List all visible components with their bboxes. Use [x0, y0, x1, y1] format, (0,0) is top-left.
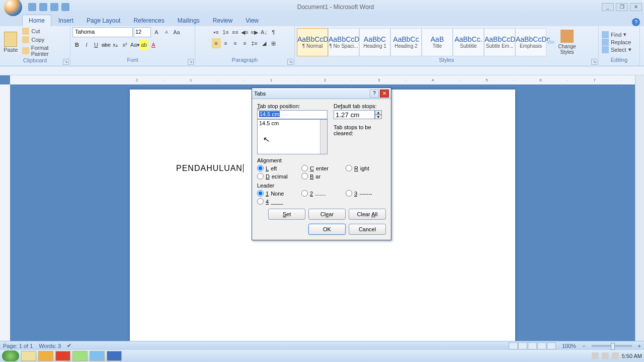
save-icon[interactable] — [28, 3, 36, 11]
highlight-button[interactable]: ab — [139, 40, 148, 50]
quickprint-icon[interactable] — [61, 3, 69, 11]
align-bar-radio[interactable]: Bar — [301, 173, 346, 179]
subscript-button[interactable]: x₂ — [111, 40, 120, 50]
cut-button[interactable]: Cut — [20, 27, 68, 35]
align-decimal-radio[interactable]: Decimal — [257, 173, 301, 179]
dialog-close-button[interactable]: ✕ — [380, 89, 389, 98]
page-status[interactable]: Page: 1 of 1 — [3, 343, 33, 349]
align-left-button[interactable]: ≡ — [212, 38, 221, 48]
web-layout-view[interactable] — [528, 342, 537, 349]
style-subtitle[interactable]: AaBbCc.Subtitle — [453, 28, 484, 56]
media-icon[interactable] — [38, 351, 53, 361]
style-normal[interactable]: AaBbCcDc¶ Normal — [297, 28, 328, 56]
styles-more[interactable] — [547, 43, 554, 44]
font-name-combo[interactable]: Tahoma — [72, 27, 133, 37]
leader-none-radio[interactable]: 1 None — [257, 190, 301, 197]
cancel-button[interactable]: Cancel — [349, 224, 386, 235]
paragraph-launcher[interactable]: ↘ — [287, 59, 293, 65]
bullets-button[interactable]: •≡ — [212, 27, 221, 37]
fullscreen-view[interactable] — [518, 342, 527, 349]
font-launcher[interactable]: ↘ — [188, 59, 194, 65]
network-icon[interactable] — [602, 352, 609, 359]
numbering-button[interactable]: 1≡ — [221, 27, 230, 37]
borders-button[interactable]: ⊞ — [269, 38, 278, 48]
select-button[interactable]: Select ▾ — [602, 46, 631, 53]
volume-icon[interactable] — [612, 352, 619, 359]
minimize-button[interactable]: _ — [602, 3, 614, 11]
style-heading2[interactable]: AaBbCcHeading 2 — [390, 28, 422, 56]
draft-view[interactable] — [547, 342, 556, 349]
clear-formatting-button[interactable]: Aa — [172, 27, 181, 37]
align-center-button[interactable]: ≡ — [221, 38, 230, 48]
leader-dashes-radio[interactable]: 3 ------- — [346, 190, 386, 197]
set-button[interactable]: Set — [268, 209, 305, 220]
outline-view[interactable] — [537, 342, 546, 349]
align-right-button[interactable]: ≡ — [231, 38, 240, 48]
grow-font-button[interactable]: A — [152, 27, 161, 37]
document-text[interactable]: PENDAHULUAN — [176, 164, 244, 173]
clipboard-launcher[interactable]: ↘ — [63, 59, 69, 65]
horizontal-ruler[interactable]: 2 · 1 · · 1 · 2 · 3 · 4 · 5 · 6 · 7 · 8 … — [10, 75, 635, 84]
zoom-out-button[interactable]: − — [582, 343, 585, 349]
spin-up[interactable]: ▲ — [375, 110, 382, 115]
replace-button[interactable]: Replace — [602, 39, 631, 46]
tab-stop-input[interactable]: 14.5 cm — [257, 110, 328, 119]
explorer-icon[interactable] — [21, 351, 36, 361]
style-title[interactable]: AaBTitle — [422, 28, 453, 56]
tab-insert[interactable]: Insert — [52, 15, 79, 26]
zoom-in-button[interactable]: + — [638, 343, 641, 349]
leader-dots-radio[interactable]: 2 ....... — [301, 190, 346, 197]
tab-list-item[interactable]: 14.5 cm — [259, 120, 326, 126]
tab-list-scrollbar[interactable] — [320, 120, 327, 154]
format-painter-button[interactable]: Format Painter — [20, 44, 68, 57]
tab-references[interactable]: References — [127, 15, 170, 26]
zoom-value[interactable]: 100% — [562, 343, 576, 349]
proofing-icon[interactable]: ✔ — [67, 342, 71, 349]
paste-button[interactable]: Paste — [2, 32, 19, 53]
help-icon[interactable]: ? — [632, 18, 640, 26]
spin-down[interactable]: ▼ — [375, 115, 382, 119]
align-left-radio[interactable]: Left — [257, 165, 301, 171]
shrink-font-button[interactable]: A — [162, 27, 171, 37]
app2-icon[interactable] — [90, 351, 105, 361]
tab-home[interactable]: Home — [22, 15, 51, 26]
undo-icon[interactable] — [39, 3, 47, 11]
start-button[interactable] — [2, 350, 19, 361]
tray-icon[interactable] — [592, 352, 599, 359]
clock[interactable]: 5:50 AM — [622, 353, 642, 359]
clear-all-button[interactable]: Clear All — [349, 209, 386, 220]
align-center-radio[interactable]: Center — [301, 165, 346, 171]
tab-stop-list[interactable]: 14.5 cm — [257, 119, 328, 154]
increase-indent-button[interactable]: ≡▶ — [250, 27, 259, 37]
find-button[interactable]: Find ▾ — [602, 31, 631, 38]
align-right-radio[interactable]: Right — [346, 165, 386, 171]
close-button[interactable]: ✕ — [630, 3, 642, 11]
ok-button[interactable]: OK — [308, 224, 346, 235]
change-case-button[interactable]: Aa▾ — [130, 40, 139, 50]
word-icon[interactable] — [107, 351, 122, 361]
underline-button[interactable]: U — [92, 40, 101, 50]
italic-button[interactable]: I — [82, 40, 91, 50]
strike-button[interactable]: abc — [101, 40, 110, 50]
change-styles-button[interactable]: Change Styles — [555, 30, 579, 55]
style-nospaci[interactable]: AaBbCcDc¶ No Spaci... — [328, 28, 359, 56]
style-subtleem[interactable]: AaBbCcDcSubtle Em... — [484, 28, 515, 56]
word-count[interactable]: Words: 3 — [39, 343, 61, 349]
print-layout-view[interactable] — [509, 342, 518, 349]
redo-icon[interactable] — [50, 3, 58, 11]
clear-button[interactable]: Clear — [308, 209, 346, 220]
show-marks-button[interactable]: ¶ — [269, 27, 278, 37]
zoom-slider[interactable] — [592, 345, 632, 347]
bold-button[interactable]: B — [72, 40, 82, 50]
default-stops-input[interactable] — [334, 110, 375, 119]
justify-button[interactable]: ≡ — [240, 38, 250, 48]
font-color-button[interactable]: A — [149, 40, 158, 50]
maximize-button[interactable]: ❐ — [616, 3, 628, 11]
line-spacing-button[interactable]: ‡≡ — [250, 38, 259, 48]
vertical-scrollbar[interactable] — [635, 75, 644, 341]
multilevel-button[interactable]: ≡≡ — [231, 27, 240, 37]
style-emphasis[interactable]: AaBbCcDcEmphasis — [515, 28, 546, 56]
style-heading1[interactable]: AaBbCHeading 1 — [359, 28, 390, 56]
tab-view[interactable]: View — [239, 15, 265, 26]
decrease-indent-button[interactable]: ◀≡ — [240, 27, 250, 37]
